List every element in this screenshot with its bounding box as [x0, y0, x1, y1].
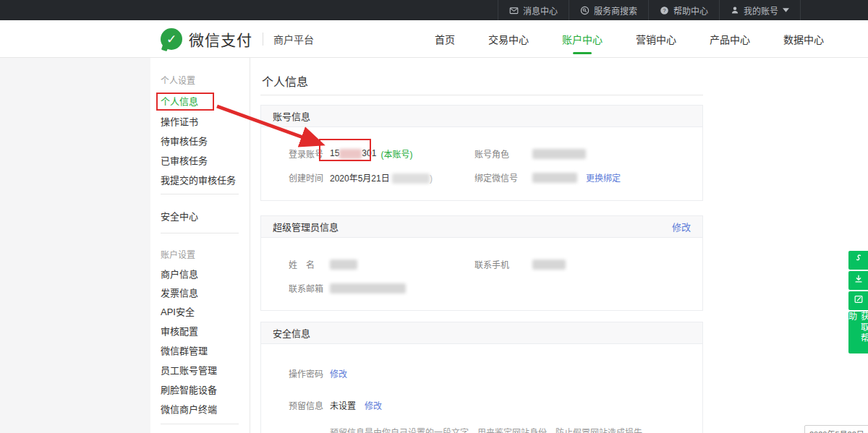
sidebar-item-face-payment-devices[interactable]: 刷脸智能设备 [161, 382, 217, 396]
table-row: 联系邮箱 [289, 276, 702, 300]
mail-icon [509, 6, 519, 15]
left-gray-background [0, 58, 150, 433]
page-title: 个人信息 [262, 72, 308, 90]
top-utility-items: 消息中心 服务商搜索 ? 帮助中心 我的账号 [498, 0, 801, 20]
brand-divider [263, 33, 263, 46]
help-center-label: 帮助中心 [673, 4, 708, 17]
floating-help-group: 获取帮助 [848, 251, 868, 355]
service-provider-search-label: 服务商搜索 [594, 4, 637, 17]
created-time-label: 创建时间 [289, 171, 330, 184]
user-icon [731, 6, 739, 14]
nav-account-center[interactable]: 账户中心 [545, 20, 619, 58]
redacted-wechat-id [532, 173, 577, 183]
feedback-icon [854, 294, 864, 307]
note-line: 预留信息是由你自己设置的一段文字，用来鉴定网站身份，防止假冒网站造成损失。 [330, 426, 702, 433]
search-circle-icon [580, 6, 590, 15]
svg-text:?: ? [663, 7, 666, 14]
brand-title: 微信支付 [189, 28, 252, 50]
super-admin-section: 超级管理员信息 修改 姓 名 联系手机 联系邮箱 [260, 215, 703, 311]
redacted-admin-name [330, 260, 357, 270]
question-circle-icon: ? [660, 6, 669, 15]
get-help-button[interactable]: 获取帮助 [848, 312, 868, 353]
super-admin-header: 超级管理员信息 修改 [261, 216, 702, 238]
table-row: 姓 名 联系手机 [289, 252, 702, 276]
account-info-section: 账号信息 登录账号 15301 (本账号) 账号角色 [260, 105, 703, 201]
sidebar-item-wechat-merchant-terminal[interactable]: 微信商户终端 [161, 402, 217, 416]
download-icon [854, 274, 864, 287]
my-account-menu[interactable]: 我的账号 [719, 0, 801, 20]
top-utility-bar: 消息中心 服务商搜索 ? 帮助中心 我的账号 [0, 0, 868, 20]
sidebar-section-personal-settings: 个人设置 [161, 74, 195, 86]
account-role-label: 账号角色 [475, 147, 532, 160]
nav-home[interactable]: 首页 [418, 20, 472, 58]
created-time-value: 2020年5月21日 ) [330, 171, 433, 184]
nav-marketing-center[interactable]: 营销中心 [619, 20, 693, 58]
login-account-value: 15301 [330, 148, 376, 159]
sidebar-item-invoice-info[interactable]: 发票信息 [161, 286, 198, 299]
redacted-login-digits [339, 149, 362, 159]
sidebar-item-merchant-info[interactable]: 商户信息 [161, 267, 198, 280]
bound-wechat-label: 绑定微信号 [475, 171, 532, 184]
admin-name-label: 姓 名 [289, 258, 330, 270]
sidebar-item-api-security[interactable]: API安全 [161, 304, 195, 318]
table-row: 创建时间 2020年5月21日 ) 绑定微信号 更换绑定 [289, 166, 702, 189]
contact-email-label: 联系邮箱 [289, 282, 330, 294]
login-account-label: 登录账号 [289, 147, 330, 160]
contact-phone-label: 联系手机 [475, 258, 532, 270]
service-provider-search-link[interactable]: 服务商搜索 [569, 0, 648, 20]
sidebar-divider [161, 233, 239, 233]
security-info-header: 安全信息 [261, 322, 702, 344]
help-center-link[interactable]: ? 帮助中心 [648, 0, 719, 20]
sidebar-content-divider [250, 58, 250, 433]
date-tooltip: 2020年5月22日 [804, 425, 868, 433]
sidebar-divider [161, 194, 239, 194]
sidebar-item-reviewed-tasks[interactable]: 已审核任务 [161, 153, 208, 167]
feedback-button[interactable] [848, 291, 868, 310]
change-password-link[interactable]: 修改 [330, 367, 347, 380]
reserved-info-value: 未设置 [330, 399, 356, 411]
current-account-tag: (本账号) [380, 147, 412, 160]
get-help-label: 获取帮助 [846, 312, 868, 353]
nav-data-center[interactable]: 数据中心 [767, 20, 841, 58]
phone-icon [854, 254, 864, 267]
reserved-info-label: 预留信息 [289, 399, 330, 411]
primary-nav: 首页 交易中心 账户中心 营销中心 产品中心 数据中心 [418, 20, 841, 58]
change-binding-link[interactable]: 更换绑定 [586, 171, 621, 184]
table-row: 预留信息 未设置 修改 [289, 390, 702, 419]
redacted-created-detail [392, 173, 430, 184]
super-admin-body: 姓 名 联系手机 联系邮箱 [261, 238, 702, 300]
title-divider [260, 95, 703, 95]
download-button[interactable] [848, 271, 868, 290]
sidebar-item-operation-certificate[interactable]: 操作证书 [161, 114, 198, 128]
message-center-label: 消息中心 [523, 4, 558, 17]
super-admin-title: 超级管理员信息 [273, 220, 339, 233]
security-info-title: 安全信息 [273, 326, 310, 340]
sidebar-divider [161, 424, 239, 424]
operation-password-label: 操作密码 [289, 367, 330, 380]
security-info-section: 安全信息 操作密码 修改 预留信息 未设置 修改 预留信息是由你自己设置的一段文… [260, 322, 703, 433]
sidebar-item-pending-review-tasks[interactable]: 待审核任务 [161, 134, 208, 147]
message-center-link[interactable]: 消息中心 [498, 0, 569, 20]
table-row: 操作密码 修改 [289, 359, 702, 387]
edit-reserved-info-link[interactable]: 修改 [365, 399, 382, 411]
contact-phone-button[interactable] [848, 251, 868, 270]
sidebar-item-wechat-group-management[interactable]: 微信群管理 [161, 343, 208, 357]
nav-product-center[interactable]: 产品中心 [693, 20, 767, 58]
table-row: 登录账号 15301 (本账号) 账号角色 [289, 142, 702, 166]
sidebar-item-personal-info[interactable]: 个人信息 [161, 94, 198, 108]
edit-admin-link[interactable]: 修改 [672, 220, 691, 233]
sidebar-item-review-config[interactable]: 审核配置 [161, 324, 198, 338]
brand-area: ✓ 微信支付 商户平台 [161, 20, 314, 58]
account-info-body: 登录账号 15301 (本账号) 账号角色 创建时间 2020年5月21日 [261, 127, 702, 189]
sidebar-item-my-submitted-tasks[interactable]: 我提交的审核任务 [161, 173, 236, 187]
chevron-down-icon [783, 8, 789, 12]
my-account-label: 我的账号 [744, 4, 778, 17]
account-info-header: 账号信息 [261, 106, 702, 127]
redacted-account-role [532, 149, 586, 159]
reserved-info-notes: 预留信息是由你自己设置的一段文字，用来鉴定网站身份，防止假冒网站造成损失。 配置… [330, 426, 702, 433]
portal-subtitle: 商户平台 [273, 32, 314, 46]
nav-transaction-center[interactable]: 交易中心 [472, 20, 545, 58]
sidebar-item-security-center[interactable]: 安全中心 [161, 209, 198, 223]
sidebar-item-staff-account-management[interactable]: 员工账号管理 [161, 363, 217, 377]
site-header: ✓ 微信支付 商户平台 首页 交易中心 账户中心 营销中心 产品中心 数据中心 [0, 20, 868, 58]
